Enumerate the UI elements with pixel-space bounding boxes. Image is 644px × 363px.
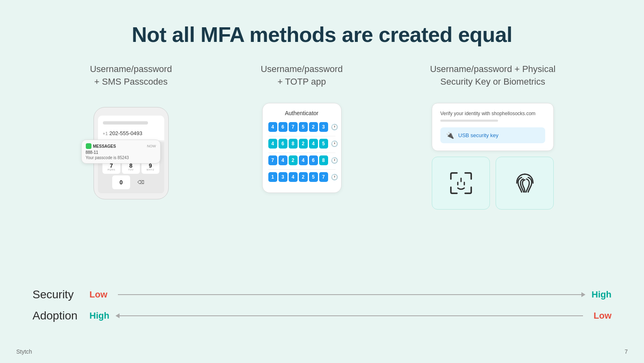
dial-delete-icon: ⌫ <box>132 175 150 189</box>
d17: 6 <box>309 155 318 165</box>
d10: 2 <box>299 139 308 149</box>
d14: 4 <box>278 155 287 165</box>
dial-key-0: 0 <box>112 175 130 189</box>
adoption-scale-line-container <box>118 315 583 316</box>
totp-divider-2 <box>268 153 335 153</box>
totp-row-4: 1 3 4 2 5 7 🕐 <box>268 172 335 182</box>
d5: 2 <box>309 122 318 132</box>
security-progress-bar <box>440 120 498 122</box>
fingerprint-icon <box>513 171 537 195</box>
totp-timer-3: 🕐 <box>331 157 338 164</box>
fingerprint-box <box>496 157 554 210</box>
col-label-totp: Username/password+ TOTP app <box>261 63 343 92</box>
security-mockup: Verify your identity with shophellosocks… <box>432 103 554 210</box>
d11: 4 <box>309 139 318 149</box>
d6: 3 <box>319 122 328 132</box>
d4: 5 <box>299 122 308 132</box>
sms-sender: 888-11 <box>86 150 156 155</box>
d12: 5 <box>319 139 328 149</box>
d1: 4 <box>268 122 277 132</box>
phone-cc: +1 <box>103 131 108 136</box>
face-id-icon <box>449 171 473 195</box>
column-totp: Username/password+ TOTP app Authenticato… <box>212 63 391 210</box>
security-dialog: Verify your identity with shophellosocks… <box>432 103 554 151</box>
phone-number: 202-555-0493 <box>109 130 142 136</box>
d3: 7 <box>289 122 298 132</box>
security-domain: Verify your identity with shophellosocks… <box>440 111 545 116</box>
totp-digits-2: 4 6 8 2 4 5 <box>268 139 328 149</box>
d7: 4 <box>268 139 277 149</box>
security-scale-label: Security <box>33 288 89 301</box>
totp-timer-2: 🕐 <box>331 140 338 147</box>
adoption-high-label: High <box>89 311 114 321</box>
totp-divider-3 <box>268 169 335 170</box>
totp-timer-4: 🕐 <box>331 174 338 180</box>
d22: 2 <box>299 172 308 182</box>
security-scale-line-container <box>118 294 583 295</box>
security-scale-line <box>118 294 583 295</box>
adoption-scale-line <box>118 315 583 316</box>
d19: 1 <box>268 172 277 182</box>
totp-divider-1 <box>268 136 335 136</box>
totp-mockup: Authenticator 4 6 7 5 2 3 🕐 4 6 <box>262 103 342 193</box>
sms-app-name: MESSAGES <box>86 143 116 149</box>
d9: 8 <box>289 139 298 149</box>
adoption-scale-label: Adoption <box>33 309 89 322</box>
phone-number-row: +1 202-555-0493 <box>103 130 159 136</box>
column-sms: Username/password+ SMS Passcodes MESSAGE… <box>50 63 212 210</box>
sms-time: NOW <box>147 144 156 148</box>
dial-row-3: 0 ⌫ <box>100 175 162 189</box>
d2: 6 <box>278 122 287 132</box>
d21: 4 <box>289 172 298 182</box>
d24: 7 <box>319 172 328 182</box>
page-title: Not all MFA methods are created equal <box>0 0 644 47</box>
adoption-low-label: Low <box>587 311 611 321</box>
d18: 8 <box>319 155 328 165</box>
totp-timer-1: 🕐 <box>331 124 338 130</box>
totp-row-3: 7 4 2 4 6 8 🕐 <box>268 155 335 165</box>
branding: Stytch <box>16 348 32 355</box>
usb-label: USB security key <box>458 132 498 138</box>
totp-digits-4: 1 3 4 2 5 7 <box>268 172 328 182</box>
totp-digits-1: 4 6 7 5 2 3 <box>268 122 328 132</box>
page-number: 7 <box>624 348 628 355</box>
sms-notification: MESSAGES NOW 888-11 Your passcode is 852… <box>81 140 161 164</box>
messages-icon <box>86 143 91 149</box>
usb-icon: 🔌 <box>446 131 454 139</box>
adoption-scale-row: Adoption High Low <box>33 309 611 322</box>
d13: 7 <box>268 155 277 165</box>
bottom-section: Security Low High Adoption High Low <box>33 288 611 330</box>
phone-screen: +1 202-555-0493 <box>98 116 164 140</box>
face-id-box <box>432 157 490 210</box>
d15: 2 <box>289 155 298 165</box>
d16: 4 <box>299 155 308 165</box>
d8: 6 <box>278 139 287 149</box>
bio-row <box>432 157 554 210</box>
col-label-sms: Username/password+ SMS Passcodes <box>90 63 172 92</box>
security-high-label: High <box>587 289 611 300</box>
d20: 3 <box>278 172 287 182</box>
col-label-security: Username/password + PhysicalSecurity Key… <box>430 63 556 92</box>
columns-container: Username/password+ SMS Passcodes MESSAGE… <box>0 63 644 210</box>
totp-title: Authenticator <box>268 110 335 116</box>
totp-row-1: 4 6 7 5 2 3 🕐 <box>268 122 335 132</box>
usb-key-button[interactable]: 🔌 USB security key <box>440 127 545 143</box>
sms-body: Your passcode is 85243 <box>86 155 156 160</box>
d23: 5 <box>309 172 318 182</box>
totp-digits-3: 7 4 2 4 6 8 <box>268 155 328 165</box>
totp-row-2: 4 6 8 2 4 5 🕐 <box>268 139 335 149</box>
column-security: Username/password + PhysicalSecurity Key… <box>391 63 594 210</box>
security-low-label: Low <box>89 289 114 300</box>
security-scale-row: Security Low High <box>33 288 611 301</box>
phone-input-line <box>103 121 148 125</box>
